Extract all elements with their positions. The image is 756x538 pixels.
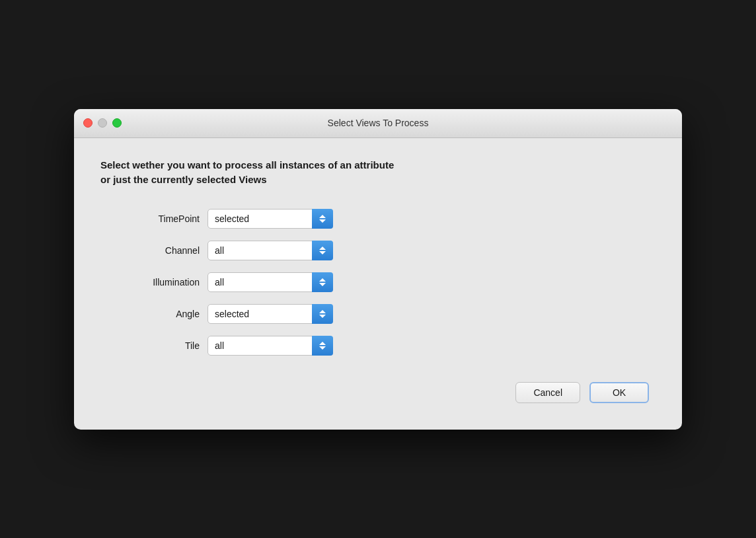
channel-row: Channel all selected [114,241,656,260]
button-row: Cancel OK [100,382,656,403]
angle-label: Angle [114,309,200,319]
timepoint-label: TimePoint [114,213,200,224]
minimize-button[interactable] [98,118,107,128]
timepoint-row: TimePoint selected all [114,209,656,229]
angle-select-wrapper: selected all [208,304,333,324]
description-line1: Select wether you want to process all in… [100,159,394,171]
channel-select-wrapper: all selected [208,241,333,260]
timepoint-select-wrapper: selected all [208,209,333,229]
titlebar: Select Views To Process [74,109,682,138]
ok-button[interactable]: OK [589,382,649,403]
tile-select[interactable]: all selected [208,336,333,356]
illumination-select-wrapper: all selected [208,272,333,292]
maximize-button[interactable] [112,118,122,128]
illumination-select[interactable]: all selected [208,272,333,292]
illumination-label: Illumination [114,277,200,288]
description-line2: or just the currently selected Views [100,174,266,185]
timepoint-select[interactable]: selected all [208,209,333,229]
description-text: Select wether you want to process all in… [100,158,656,188]
angle-row: Angle selected all [114,304,656,324]
window-title: Select Views To Process [328,118,429,128]
close-button[interactable] [83,118,93,128]
cancel-button[interactable]: Cancel [515,382,580,403]
tile-select-wrapper: all selected [208,336,333,356]
tile-row: Tile all selected [114,336,656,356]
dialog-content: Select wether you want to process all in… [74,138,682,430]
channel-label: Channel [114,245,200,256]
angle-select[interactable]: selected all [208,304,333,324]
channel-select[interactable]: all selected [208,241,333,260]
dialog-window: Select Views To Process Select wether yo… [74,109,682,430]
illumination-row: Illumination all selected [114,272,656,292]
traffic-lights [83,118,122,128]
tile-label: Tile [114,340,200,351]
form-area: TimePoint selected all Channel [114,209,656,356]
